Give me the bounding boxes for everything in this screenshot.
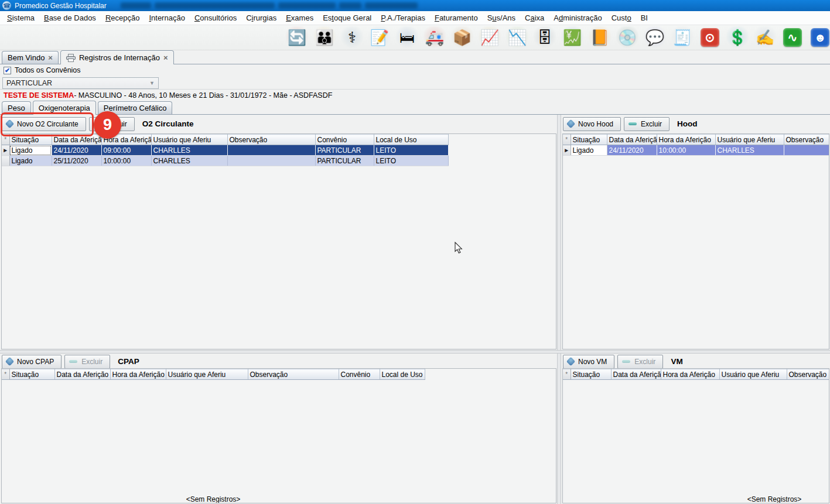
column-header-local-de-uso[interactable]: Local de Uso — [380, 369, 425, 380]
column-header-convenio[interactable]: Convênio — [339, 369, 380, 380]
ambulance-icon[interactable]: 🚑 — [423, 26, 446, 49]
medical-record-icon[interactable]: 📝 — [368, 26, 391, 49]
menu-sus-ans[interactable]: Sus/Ans — [483, 13, 520, 22]
tab-registros-de-internacao[interactable]: Registros de Internação × — [60, 50, 174, 64]
column-header-situacao[interactable]: Situação — [571, 369, 611, 380]
column-header-convenio[interactable]: Convênio — [315, 135, 374, 145]
vm-grid[interactable]: *SituaçãoData da AferiçãoHora da Aferiçã… — [562, 368, 829, 503]
menu-internacao[interactable]: Internação — [144, 13, 189, 22]
column-header-situacao[interactable]: Situação — [9, 135, 52, 145]
hospital-bed-icon[interactable]: 🛏 — [396, 26, 418, 49]
power-icon[interactable]: ⊙ — [701, 28, 719, 47]
cell-observacao[interactable] — [784, 145, 829, 156]
close-icon[interactable]: × — [48, 54, 53, 61]
cell-data-da-afericao[interactable]: 25/11/2020 — [52, 156, 101, 166]
phone-book-icon[interactable]: 📙 — [589, 26, 611, 49]
vertical-splitter[interactable] — [557, 115, 561, 504]
cell-situacao[interactable]: Ligado — [9, 145, 52, 156]
convenio-select[interactable]: PARTICULAR ▼ — [2, 77, 159, 89]
cell-data-da-afericao[interactable]: 24/11/2020 — [607, 145, 657, 156]
column-header-data-da-afericao[interactable]: Data da Aferição — [611, 369, 661, 380]
excluir-vm-button[interactable]: Excluir — [617, 355, 663, 369]
excluir-cpap-button[interactable]: Excluir — [64, 355, 110, 369]
cell-usuario-que-aferiu[interactable]: CHARLLES — [151, 156, 227, 166]
column-header-observacao[interactable]: Observação — [787, 369, 829, 380]
excluir-hood-button[interactable]: Excluir — [624, 117, 670, 131]
hood-grid[interactable]: *SituaçãoData da AferiçãoHora da Aferiçã… — [562, 133, 829, 349]
menu-recepcao[interactable]: Recepção — [101, 13, 145, 22]
checkbox-checked-icon[interactable]: ✔ — [4, 67, 11, 74]
contacts-agenda-icon[interactable]: ☻ — [811, 28, 829, 47]
menu-custo[interactable]: Custo — [607, 13, 636, 22]
reference-book-icon[interactable]: 💿 — [616, 26, 638, 49]
close-icon[interactable]: × — [163, 54, 168, 61]
menu-bi[interactable]: BI — [636, 13, 653, 22]
column-header-data-da-afericao[interactable]: Data da Aferição — [607, 135, 657, 145]
tab-oxigenoterapia[interactable]: Oxigenoterapia — [33, 101, 96, 115]
column-header-observacao[interactable]: Observação — [248, 369, 339, 380]
cell-hora-da-afericao[interactable]: 09:00:00 — [101, 145, 151, 156]
cell-convenio[interactable]: PARTICULAR — [315, 156, 374, 166]
o2-grid[interactable]: *SituaçãoData da AferiçãoHora da Aferiçã… — [1, 133, 556, 349]
cell-situacao[interactable]: Ligado — [9, 156, 52, 166]
menu-exames[interactable]: Exames — [281, 13, 318, 22]
column-header-hora-da-afericao[interactable]: Hora da Aferição — [661, 369, 719, 380]
expense-down-icon[interactable]: 📉 — [506, 26, 528, 49]
cell-observacao[interactable] — [227, 156, 315, 166]
column-header-observacao[interactable]: Observação — [784, 135, 829, 145]
tab-bem-vindo[interactable]: Bem Vindo × — [2, 51, 59, 64]
tab-peso[interactable]: Peso — [2, 101, 31, 114]
column-header-situacao[interactable]: Situação — [571, 135, 607, 145]
cell-data-da-afericao[interactable]: 24/11/2020 — [52, 145, 101, 156]
column-header-hora-da-afericao[interactable]: Hora da Aferição — [110, 369, 166, 380]
novo-hood-button[interactable]: Novo Hood — [563, 117, 621, 131]
cell-convenio[interactable]: PARTICULAR — [315, 145, 374, 156]
column-header-usuario-que-aferiu[interactable]: Usuário que Aferiu — [719, 369, 787, 380]
column-header-situacao[interactable]: Situação — [9, 369, 54, 380]
table-row[interactable]: Ligado25/11/202010:00:00CHARLLESPARTICUL… — [2, 156, 448, 166]
menu-administracao[interactable]: Administração — [549, 13, 606, 22]
revenue-up-icon[interactable]: 📈 — [479, 26, 501, 49]
patient-records-icon[interactable]: 👪 — [313, 26, 336, 49]
cell-usuario-que-aferiu[interactable]: CHARLLES — [715, 145, 784, 156]
cell-local-de-uso[interactable]: LEITO — [374, 145, 448, 156]
menu-faturamento[interactable]: Faturamento — [430, 13, 483, 22]
refresh-patient-icon[interactable]: 🔄 — [286, 26, 308, 49]
menu-p-a-terapias[interactable]: P.A./Terapias — [376, 13, 430, 22]
column-header-usuario-que-aferiu[interactable]: Usuário que Aferiu — [151, 135, 227, 145]
cell-usuario-que-aferiu[interactable]: CHARLLES — [151, 145, 227, 156]
contract-icon[interactable]: ✍ — [754, 26, 776, 49]
column-header-data-da-afericao[interactable]: Data da Aferição — [54, 369, 110, 380]
chat-icon[interactable]: 💬 — [644, 26, 666, 49]
vitals-agenda-icon[interactable]: ∿ — [783, 28, 802, 47]
cell-situacao[interactable]: Ligado — [571, 145, 607, 156]
menu-base-de-dados[interactable]: Base de Dados — [39, 13, 101, 22]
menu-caixa[interactable]: Caixa — [520, 13, 549, 22]
column-header-observacao[interactable]: Observação — [227, 135, 315, 145]
menu-cirurgias[interactable]: Cirurgias — [241, 13, 281, 22]
table-row[interactable]: ►Ligado24/11/202009:00:00CHARLLESPARTICU… — [2, 145, 448, 156]
cell-local-de-uso[interactable]: LEITO — [374, 156, 448, 166]
menu-consultorios[interactable]: Consultórios — [190, 13, 241, 22]
column-header-usuario-que-aferiu[interactable]: Usuário que Aferiu — [166, 369, 248, 380]
column-header-data-da-afericao[interactable]: Data da Aferição — [52, 135, 101, 145]
column-header-hora-da-afericao[interactable]: Hora da Aferição — [657, 135, 715, 145]
finance-chart-icon[interactable]: 💹 — [561, 26, 583, 49]
supplies-icon[interactable]: 📦 — [451, 26, 473, 49]
e-invoice-icon[interactable]: 💲 — [726, 26, 749, 49]
cell-observacao[interactable] — [227, 145, 315, 156]
novo-cpap-button[interactable]: Novo CPAP — [2, 355, 62, 369]
table-row[interactable]: ►Ligado24/11/202010:00:00CHARLLES — [563, 145, 829, 156]
menu-sistema[interactable]: Sistema — [2, 13, 39, 22]
menu-estoque-geral[interactable]: Estoque Geral — [318, 13, 376, 22]
safe-icon[interactable]: 🗄 — [534, 26, 556, 49]
column-header-usuario-que-aferiu[interactable]: Usuário que Aferiu — [715, 135, 784, 145]
invoice-icon[interactable]: 🧾 — [671, 26, 694, 49]
cell-hora-da-afericao[interactable]: 10:00:00 — [657, 145, 715, 156]
column-header-local-de-uso[interactable]: Local de Uso — [374, 135, 448, 145]
doctor-icon[interactable]: ⚕ — [341, 26, 363, 49]
cell-hora-da-afericao[interactable]: 10:00:00 — [101, 156, 151, 166]
cpap-grid[interactable]: *SituaçãoData da AferiçãoHora da Aferiçã… — [1, 368, 556, 503]
novo-o2-circulante-button[interactable]: Novo O2 Circulante — [2, 117, 86, 131]
novo-vm-button[interactable]: Novo VM — [563, 355, 614, 369]
